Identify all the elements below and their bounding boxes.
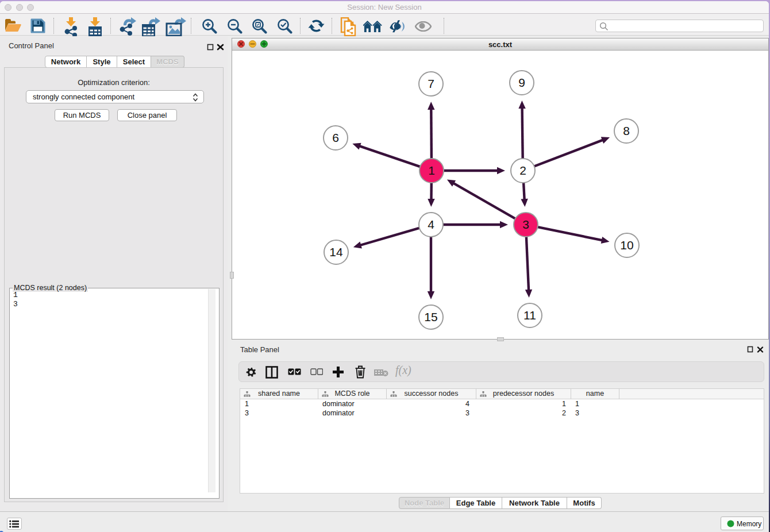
svg-text:11: 11	[523, 309, 536, 322]
svg-text:15: 15	[424, 310, 437, 323]
svg-text:4: 4	[428, 218, 434, 231]
svg-text:8: 8	[623, 124, 630, 137]
svg-text:10: 10	[620, 238, 633, 252]
svg-text:3: 3	[522, 218, 529, 231]
svg-text:2: 2	[519, 164, 526, 177]
svg-text:14: 14	[329, 245, 343, 259]
svg-text:6: 6	[332, 131, 339, 144]
svg-text:1: 1	[428, 164, 435, 177]
svg-text:9: 9	[518, 76, 525, 89]
svg-text:7: 7	[428, 77, 434, 90]
